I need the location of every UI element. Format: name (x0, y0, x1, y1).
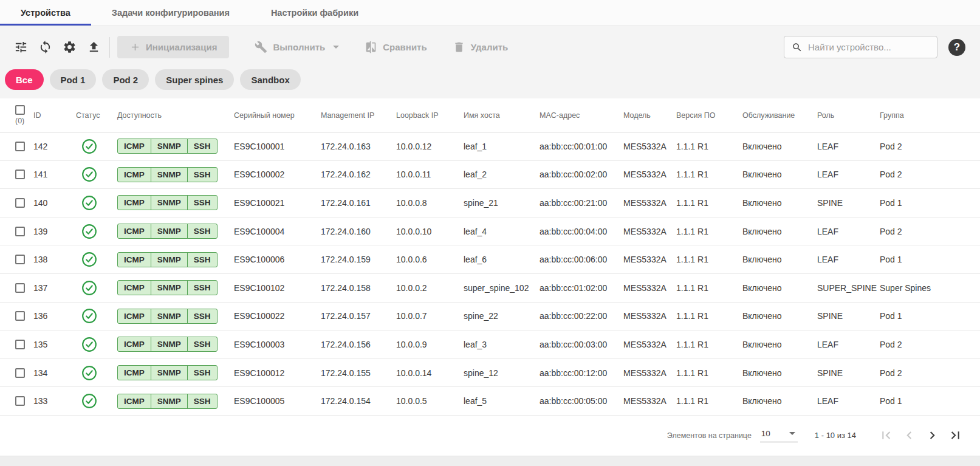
cell-id: 137 (30, 283, 73, 293)
row-select-cell (0, 396, 30, 406)
search-icon (792, 42, 803, 53)
refresh-button[interactable] (33, 35, 57, 60)
cell-loopback-ip: 10.0.0.12 (393, 142, 461, 151)
col-header-role: Роль (814, 111, 877, 120)
first-page-button[interactable] (874, 424, 897, 447)
cell-group: Pod 2 (877, 368, 980, 378)
cell-management-ip: 172.24.0.156 (318, 340, 393, 349)
items-per-page-select[interactable]: 10 (760, 429, 798, 442)
availability-badge-ssh: SSH (187, 280, 218, 295)
cell-sw-version: 1.1.1 R1 (673, 170, 739, 179)
compare-icon (365, 41, 377, 53)
chevron-down-icon (789, 432, 795, 435)
chevron-right-icon (925, 428, 940, 443)
cell-availability: ICMPSNMPSSH (114, 139, 231, 154)
chip-super-spines[interactable]: Super spines (155, 69, 234, 90)
delete-button[interactable]: Удалить (453, 41, 509, 53)
cell-sw-version: 1.1.1 R1 (673, 311, 739, 321)
help-button[interactable]: ? (948, 39, 965, 56)
compare-button[interactable]: Сравнить (365, 41, 427, 53)
chip-sandbox[interactable]: Sandbox (240, 69, 300, 90)
cell-role: LEAF (814, 255, 877, 264)
cell-model: MES5332A (620, 227, 673, 236)
question-mark-icon: ? (954, 41, 960, 53)
availability-badge-icmp: ICMP (117, 365, 151, 380)
cell-maintenance: Включено (739, 227, 814, 236)
cell-availability: ICMPSNMPSSH (114, 167, 231, 182)
build-icon (255, 41, 267, 53)
col-header-id: ID (30, 111, 73, 120)
cell-sw-version: 1.1.1 R1 (673, 340, 739, 349)
availability-badge-icmp: ICMP (117, 394, 151, 409)
row-select-cell (0, 283, 30, 293)
cell-status (73, 365, 114, 381)
device-search-box (784, 36, 937, 58)
upload-button[interactable] (81, 35, 106, 60)
table-row[interactable]: 136 ICMPSNMPSSH ES9C100022 172.24.0.157 … (0, 303, 980, 331)
select-all-checkbox[interactable] (15, 105, 25, 115)
table-row[interactable]: 142 ICMPSNMPSSH ES9C100001 172.24.0.163 … (0, 132, 980, 161)
availability-badge-icmp: ICMP (117, 224, 151, 239)
tab-config-tasks[interactable]: Задачи конфигурирования (91, 0, 250, 26)
table-row[interactable]: 138 ICMPSNMPSSH ES9C100006 172.24.0.159 … (0, 245, 980, 274)
cell-maintenance: Включено (739, 255, 814, 264)
availability-badge-snmp: SNMP (151, 195, 188, 210)
table-row[interactable]: 137 ICMPSNMPSSH ES9C100102 172.24.0.158 … (0, 274, 980, 303)
table-row[interactable]: 139 ICMPSNMPSSH ES9C100004 172.24.0.160 … (0, 218, 980, 246)
cell-serial: ES9C100004 (231, 227, 318, 236)
table-row[interactable]: 141 ICMPSNMPSSH ES9C100002 172.24.0.162 … (0, 161, 980, 190)
table-row[interactable]: 133 ICMPSNMPSSH ES9C100005 172.24.0.154 … (0, 387, 980, 416)
filter-columns-button[interactable] (9, 35, 33, 60)
row-checkbox[interactable] (15, 368, 25, 378)
settings-button[interactable] (57, 35, 81, 60)
items-per-page-label: Элементов на странице (667, 431, 752, 440)
row-checkbox[interactable] (15, 170, 25, 179)
tab-devices[interactable]: Устройства (0, 0, 91, 26)
items-per-page-value: 10 (761, 429, 770, 438)
chip-super-spines-label: Super spines (166, 75, 223, 85)
row-checkbox[interactable] (15, 283, 25, 293)
row-checkbox[interactable] (15, 227, 25, 236)
cell-sw-version: 1.1.1 R1 (673, 396, 739, 406)
cell-group: Pod 1 (877, 198, 980, 208)
availability-badge-snmp: SNMP (151, 309, 188, 324)
plus-icon (129, 41, 141, 53)
cell-model: MES5332A (620, 198, 673, 208)
cell-availability: ICMPSNMPSSH (114, 195, 231, 210)
table-row[interactable]: 134 ICMPSNMPSSH ES9C100012 172.24.0.155 … (0, 359, 980, 388)
cell-loopback-ip: 10.0.0.11 (393, 170, 461, 179)
execute-button[interactable]: Выполнить (255, 41, 339, 53)
toolbar-divider (109, 37, 110, 58)
row-checkbox[interactable] (15, 198, 25, 208)
chip-pod-1[interactable]: Pod 1 (50, 69, 97, 90)
tab-fabric-settings[interactable]: Настройки фабрики (250, 0, 379, 26)
cell-status (73, 252, 114, 267)
availability-badge-icmp: ICMP (117, 139, 151, 154)
cell-hostname: spine_21 (461, 198, 536, 208)
next-page-button[interactable] (920, 424, 944, 447)
table-row[interactable]: 140 ICMPSNMPSSH ES9C100021 172.24.0.161 … (0, 189, 980, 218)
cell-management-ip: 172.24.0.158 (318, 283, 393, 293)
row-checkbox[interactable] (15, 340, 25, 349)
col-header-hostname: Имя хоста (461, 111, 536, 120)
prev-page-button[interactable] (897, 424, 920, 447)
search-input[interactable] (808, 42, 930, 52)
availability-badge-ssh: SSH (187, 224, 218, 239)
row-checkbox[interactable] (15, 396, 25, 406)
chip-all[interactable]: Все (5, 69, 44, 90)
row-checkbox[interactable] (15, 142, 25, 151)
status-ok-icon (81, 365, 97, 381)
cell-mac: aa:bb:cc:01:02:00 (536, 283, 620, 293)
cell-hostname: leaf_3 (461, 340, 536, 349)
tab-config-tasks-label: Задачи конфигурирования (112, 8, 230, 18)
row-checkbox[interactable] (15, 311, 25, 321)
footer-strip (0, 456, 980, 466)
initialize-button[interactable]: Инициализация (117, 36, 229, 58)
chip-pod-2[interactable]: Pod 2 (102, 69, 149, 90)
last-page-button[interactable] (944, 424, 967, 447)
cell-availability: ICMPSNMPSSH (114, 394, 231, 409)
cell-hostname: leaf_1 (461, 142, 536, 151)
cell-availability: ICMPSNMPSSH (114, 365, 231, 380)
table-row[interactable]: 135 ICMPSNMPSSH ES9C100003 172.24.0.156 … (0, 331, 980, 359)
row-checkbox[interactable] (15, 255, 25, 264)
